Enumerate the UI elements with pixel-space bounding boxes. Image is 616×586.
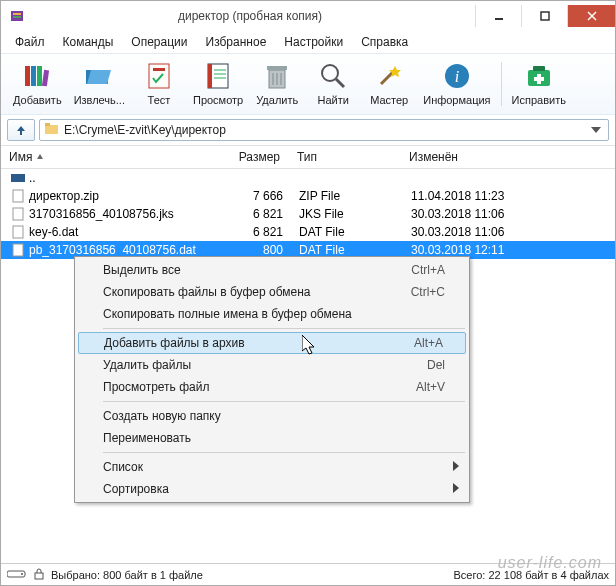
file-row[interactable]: key-6.dat 6 821 DAT File 30.03.2018 11:0… [1, 223, 615, 241]
books-icon [21, 60, 53, 92]
app-icon [9, 8, 25, 24]
maximize-button[interactable] [521, 5, 567, 27]
notebook-icon [202, 60, 234, 92]
menu-commands[interactable]: Команды [55, 33, 122, 51]
minimize-button[interactable] [475, 5, 521, 27]
file-list: .. директор.zip 7 666 ZIP File 11.04.201… [1, 169, 615, 259]
ctx-add-to-archive[interactable]: Добавить файлы в архивAlt+A [78, 332, 466, 354]
file-icon [11, 225, 25, 239]
trash-icon [261, 60, 293, 92]
svg-rect-7 [25, 66, 30, 86]
test-button[interactable]: Тест [131, 58, 187, 110]
view-button[interactable]: Просмотр [187, 58, 249, 110]
svg-rect-3 [495, 18, 503, 20]
svg-marker-37 [591, 127, 601, 133]
path-text: E:\Cryme\E-zvit\Key\директор [64, 123, 226, 137]
svg-marker-12 [87, 70, 111, 84]
ctx-select-all[interactable]: Выделить всеCtrl+A [77, 259, 467, 281]
ctx-copy-files[interactable]: Скопировать файлы в буфер обменаCtrl+C [77, 281, 467, 303]
ctx-new-folder[interactable]: Создать новую папку [77, 405, 467, 427]
context-menu: Выделить всеCtrl+A Скопировать файлы в б… [74, 256, 470, 503]
svg-rect-9 [37, 66, 42, 86]
file-row[interactable]: директор.zip 7 666 ZIP File 11.04.2018 1… [1, 187, 615, 205]
info-icon: i [441, 60, 473, 92]
info-button[interactable]: iИнформация [417, 58, 496, 110]
ctx-list[interactable]: Список [77, 456, 467, 478]
ctx-delete-files[interactable]: Удалить файлыDel [77, 354, 467, 376]
svg-marker-38 [37, 154, 43, 159]
path-dropdown-icon[interactable] [588, 127, 604, 133]
ctx-copy-full-names[interactable]: Скопировать полные имена в буфер обмена [77, 303, 467, 325]
file-icon [11, 189, 25, 203]
sort-asc-icon [36, 153, 44, 161]
svg-point-25 [322, 65, 338, 81]
submenu-arrow-icon [453, 460, 459, 474]
close-button[interactable] [567, 5, 615, 27]
delete-button[interactable]: Удалить [249, 58, 305, 110]
menubar: Файл Команды Операции Избранное Настройк… [1, 31, 615, 53]
ctx-separator [103, 328, 465, 329]
toolbar: Добавить Извлечь... Тест Просмотр Удалит… [1, 53, 615, 115]
file-row[interactable]: 3170316856_40108756.jks 6 821 JKS File 3… [1, 205, 615, 223]
address-bar: E:\Cryme\E-zvit\Key\директор [1, 115, 615, 146]
wizard-button[interactable]: Мастер [361, 58, 417, 110]
path-input[interactable]: E:\Cryme\E-zvit\Key\директор [39, 119, 609, 141]
add-button[interactable]: Добавить [7, 58, 68, 110]
folder-icon [44, 122, 60, 139]
disk-icon [7, 568, 27, 582]
ctx-sort[interactable]: Сортировка [77, 478, 467, 500]
svg-rect-40 [13, 190, 23, 202]
svg-rect-14 [153, 68, 165, 71]
file-icon [11, 243, 25, 257]
submenu-arrow-icon [453, 482, 459, 496]
menu-help[interactable]: Справка [353, 33, 416, 51]
menu-favorites[interactable]: Избранное [198, 33, 275, 51]
svg-rect-10 [42, 70, 49, 87]
watermark: user-life.com [498, 554, 602, 572]
parent-dir-row[interactable]: .. [1, 169, 615, 187]
svg-rect-8 [31, 66, 36, 86]
titlebar: директор (пробная копия) [1, 1, 615, 31]
svg-rect-39 [11, 174, 25, 182]
svg-rect-21 [267, 66, 287, 70]
firstaid-icon [523, 60, 555, 92]
col-type[interactable]: Тип [289, 146, 401, 168]
menu-settings[interactable]: Настройки [276, 33, 351, 51]
svg-rect-36 [45, 123, 50, 126]
file-icon [11, 207, 25, 221]
svg-marker-47 [453, 461, 459, 471]
svg-rect-42 [13, 226, 23, 238]
repair-button[interactable]: Исправить [506, 58, 572, 110]
col-name[interactable]: Имя [1, 146, 221, 168]
menu-file[interactable]: Файл [7, 33, 53, 51]
wand-icon [373, 60, 405, 92]
search-icon [317, 60, 349, 92]
svg-rect-2 [13, 16, 21, 18]
svg-rect-32 [533, 66, 545, 71]
svg-line-26 [336, 79, 344, 87]
folder-open-icon [83, 60, 115, 92]
ctx-view-file[interactable]: Просмотреть файлAlt+V [77, 376, 467, 398]
col-size[interactable]: Размер [221, 146, 289, 168]
ctx-rename[interactable]: Переименовать [77, 427, 467, 449]
menu-operations[interactable]: Операции [123, 33, 195, 51]
svg-rect-13 [149, 64, 169, 88]
col-modified[interactable]: Изменён [401, 146, 531, 168]
extract-button[interactable]: Извлечь... [68, 58, 131, 110]
svg-rect-41 [13, 208, 23, 220]
test-icon [143, 60, 175, 92]
toolbar-separator [501, 62, 502, 106]
svg-rect-16 [208, 64, 212, 88]
up-button[interactable] [7, 119, 35, 141]
svg-rect-43 [13, 244, 23, 256]
svg-rect-34 [534, 77, 544, 81]
svg-rect-46 [35, 573, 43, 579]
find-button[interactable]: Найти [305, 58, 361, 110]
svg-point-45 [21, 573, 23, 575]
drive-icon [11, 171, 25, 185]
lock-icon [33, 568, 45, 582]
window-title: директор (пробная копия) [25, 9, 475, 23]
ctx-separator [103, 401, 465, 402]
svg-rect-4 [541, 12, 549, 20]
status-selected: Выбрано: 800 байт в 1 файле [51, 569, 203, 581]
